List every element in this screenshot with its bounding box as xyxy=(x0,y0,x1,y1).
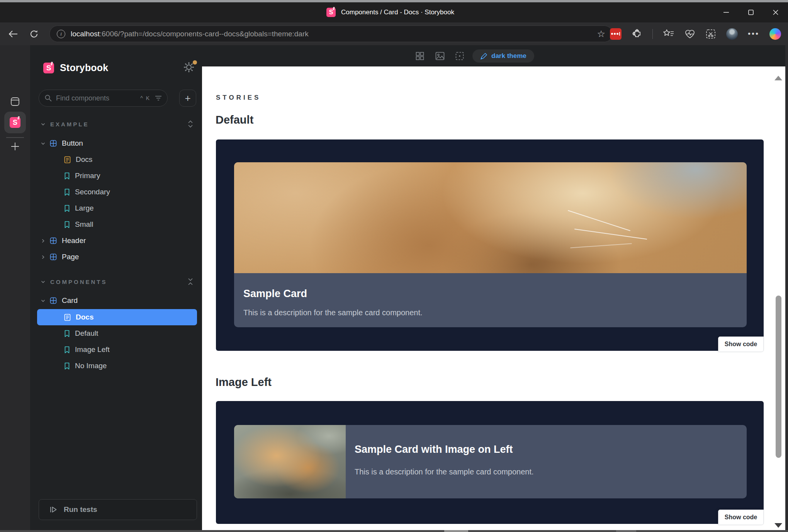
show-code-button[interactable]: Show code xyxy=(718,510,764,525)
chevron-down-icon xyxy=(40,141,46,146)
sample-card-image-left: Sample Card with Image on Left This is a… xyxy=(234,425,747,498)
bookmark-star-icon[interactable]: ☆ xyxy=(597,29,605,39)
profile-avatar[interactable] xyxy=(726,28,738,40)
sidebar-item-card[interactable]: Card xyxy=(30,292,202,309)
create-story-button[interactable]: + xyxy=(179,90,196,107)
sidebar-item-page[interactable]: Page xyxy=(30,249,202,265)
scroll-down-arrow[interactable] xyxy=(774,523,782,528)
component-icon xyxy=(50,237,57,244)
sidebar-item-button-secondary[interactable]: Secondary xyxy=(30,184,202,200)
back-icon xyxy=(8,30,18,38)
show-code-button[interactable]: Show code xyxy=(718,337,764,352)
new-tab-button[interactable] xyxy=(0,139,30,153)
run-tests-label: Run tests xyxy=(64,505,97,514)
browser-window: S Components / Card - Docs · Storybook xyxy=(0,0,788,532)
story-bookmark-icon xyxy=(64,172,70,180)
collapse-all-icon[interactable] xyxy=(187,278,194,286)
sidebar-item-header[interactable]: Header xyxy=(30,233,202,249)
close-button[interactable] xyxy=(763,2,788,22)
chevron-right-icon xyxy=(40,238,46,244)
minimize-button[interactable] xyxy=(714,2,739,22)
sidebar-item-card-docs-selected[interactable]: Docs xyxy=(37,309,197,325)
back-button[interactable] xyxy=(6,22,20,45)
sidebar-item-button-docs[interactable]: Docs xyxy=(30,151,202,168)
sidebar-item-button-primary[interactable]: Primary xyxy=(30,168,202,184)
settings-button[interactable] xyxy=(183,61,196,75)
close-icon xyxy=(773,9,779,15)
address-bar[interactable]: i localhost:6006/?path=/docs/components-… xyxy=(49,25,613,42)
expand-all-icon[interactable] xyxy=(187,120,194,128)
card-title: Sample Card xyxy=(243,288,307,300)
browser-essentials-icon[interactable] xyxy=(684,29,695,39)
filter-icon[interactable] xyxy=(155,95,162,101)
screenshot-icon[interactable] xyxy=(705,29,716,39)
window-right-edge xyxy=(785,45,788,530)
story-heading-image-left: Image Left xyxy=(216,376,272,389)
scroll-up-arrow[interactable] xyxy=(774,76,782,80)
story-bookmark-icon xyxy=(64,205,70,212)
search-shortcut: ^ K xyxy=(140,95,150,101)
story-bookmark-icon xyxy=(64,346,70,354)
sidebar-section-example[interactable]: EXAMPLE xyxy=(30,116,202,132)
maximize-button[interactable] xyxy=(739,2,763,22)
zoom-grid-icon xyxy=(416,52,424,60)
stories-heading: STORIES xyxy=(216,94,261,102)
copilot-icon[interactable] xyxy=(769,28,781,40)
site-info-icon[interactable]: i xyxy=(57,30,65,38)
refresh-button[interactable] xyxy=(27,22,41,45)
component-icon xyxy=(50,297,57,304)
search-placeholder: Find components xyxy=(56,94,109,102)
canvas-toolbar: dark theme xyxy=(202,45,788,66)
story-heading-default: Default xyxy=(216,114,253,126)
measure-button[interactable] xyxy=(455,45,464,66)
plus-icon xyxy=(10,142,20,151)
titlebar[interactable]: S Components / Card - Docs · Storybook xyxy=(0,2,788,22)
sidebar-item-card-default[interactable]: Default xyxy=(30,325,202,342)
chevron-down-icon xyxy=(40,279,46,285)
paintbrush-icon xyxy=(480,53,487,60)
scrollbar-thumb[interactable] xyxy=(776,296,781,458)
tab-actions-icon xyxy=(10,97,20,107)
card-description: This is a description for the sample car… xyxy=(243,308,423,317)
tabstrip-divider xyxy=(6,137,24,138)
sidebar-item-card-image-left[interactable]: Image Left xyxy=(30,342,202,358)
storybook-favicon: S xyxy=(326,8,336,17)
component-icon xyxy=(50,253,57,260)
run-tests-button[interactable]: Run tests xyxy=(39,499,197,520)
run-tests-icon xyxy=(50,506,58,513)
backgrounds-button[interactable] xyxy=(435,45,445,66)
url-text[interactable]: localhost:6006/?path=/docs/components-ca… xyxy=(71,30,309,38)
storybook-brand[interactable]: S Storybook xyxy=(43,62,108,73)
password-manager-icon[interactable] xyxy=(610,28,622,40)
card-title: Sample Card with Image on Left xyxy=(355,444,513,456)
theme-switcher-label: dark theme xyxy=(491,52,526,60)
chevron-down-icon xyxy=(40,298,46,304)
sidebar-item-button[interactable]: Button xyxy=(30,135,202,151)
story-bookmark-icon xyxy=(64,221,70,228)
storybook-tab-favicon: S xyxy=(10,117,20,128)
extensions-icon[interactable] xyxy=(632,29,642,39)
taskbar-edge xyxy=(0,530,788,532)
storybook-tab[interactable]: S xyxy=(4,112,26,133)
storybook-sidebar: S Storybook Find components ^ K xyxy=(30,45,202,530)
backgrounds-icon xyxy=(435,52,445,60)
favorites-bar-icon[interactable] xyxy=(663,29,674,39)
maximize-icon xyxy=(748,9,754,15)
more-menu-icon[interactable]: ••• xyxy=(748,29,759,38)
chevron-right-icon xyxy=(40,254,46,260)
sidebar-item-card-no-image[interactable]: No Image xyxy=(30,358,202,374)
minimize-icon xyxy=(723,9,729,15)
brand-name: Storybook xyxy=(60,62,108,73)
sidebar-item-button-small[interactable]: Small xyxy=(30,216,202,233)
zoom-grid-button[interactable] xyxy=(416,45,424,66)
notification-dot xyxy=(193,60,197,65)
sidebar-section-components[interactable]: COMPONENTS xyxy=(30,274,202,290)
story-bookmark-icon xyxy=(64,189,70,196)
sidebar-item-button-large[interactable]: Large xyxy=(30,200,202,216)
tab-actions-button[interactable] xyxy=(0,95,30,109)
scrollbar[interactable] xyxy=(772,66,785,530)
docs-icon xyxy=(64,314,71,321)
storybook-logo-icon: S xyxy=(43,63,54,73)
search-input[interactable]: Find components ^ K xyxy=(39,90,168,107)
theme-switcher-button[interactable]: dark theme xyxy=(472,49,534,63)
